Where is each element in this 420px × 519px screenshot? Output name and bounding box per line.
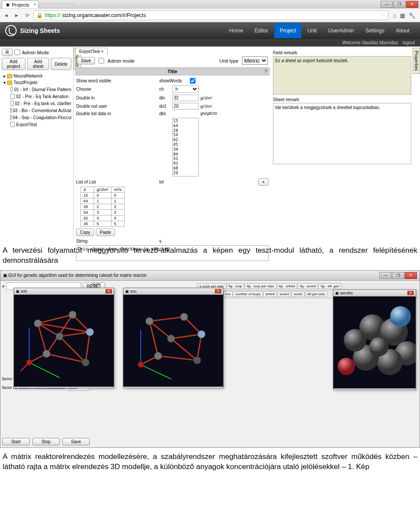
folder-icon [7,74,12,78]
add-button[interactable]: + [258,178,269,186]
file-icon [10,122,15,127]
gui-tab[interactable]: score [291,291,304,297]
subwindow-aerobic[interactable]: ▣ aerobic ✕ [333,290,416,390]
properties-vtab[interactable]: Properties [413,48,420,74]
din-input[interactable] [172,95,199,101]
maximize-button[interactable]: ❐ [393,1,406,8]
gui-tab[interactable]: fig - loop per reac [245,283,276,289]
logout-link[interactable]: logout [403,40,415,45]
subwindow-titlebar[interactable]: ▣ snh ✕ [14,288,114,295]
stop-button[interactable]: Stop [32,438,60,445]
gui-tab[interactable]: fig - loop [227,283,245,289]
star-icon[interactable]: ☆ [381,12,385,18]
table-row[interactable]: 2822 [81,204,125,209]
nav-unit[interactable]: Unit [302,23,322,38]
table-row[interactable]: 5433 [81,209,125,215]
close-icon[interactable]: × [34,2,36,7]
gui-body: a RESET factor for snhint in fitness cal… [0,281,420,447]
gui-tab[interactable]: fig - snhint [277,283,298,289]
sheet-tab[interactable]: ExportTest × [75,48,108,55]
svg-point-15 [34,319,42,327]
unit-type-select[interactable]: Metric [242,56,268,65]
nav-editor[interactable]: Editor [249,23,273,38]
gui-tab[interactable]: eff.gen.size [305,291,327,297]
svg-point-38 [193,357,201,364]
dlin-list[interactable]: 15 64 28 54 62 45 34 84 41 93 68 29 [172,118,199,177]
paste-button[interactable]: Paste [96,229,115,236]
back-button[interactable]: ◄ [2,11,10,20]
nav-project[interactable]: Project [274,23,301,38]
lattice-viz [123,295,223,387]
tree-item[interactable]: 03 - Bio - Conventional Activated [9,107,71,114]
close-icon[interactable]: ✕ [407,291,414,295]
tree-root[interactable]: ▾ TesztProjekt [2,79,71,86]
gui-tab[interactable]: fig - eff. gen [318,283,341,289]
svg-point-21 [26,360,32,366]
copy-button[interactable]: Copy [76,229,94,236]
form-row: Show word visible showWords [76,77,269,85]
subwindow-sno[interactable]: ▣ sno ✕ [123,288,224,388]
gui-tab[interactable]: snoint [277,291,291,297]
subwindow-titlebar[interactable]: ▣ aerobic ✕ [333,290,416,297]
table-row[interactable]: 1500 [81,192,125,198]
r-button[interactable]: R [2,49,13,56]
table-row[interactable]: 6411 [81,198,125,204]
admin-mode-checkbox[interactable] [98,58,104,64]
add-sheet-button[interactable]: Add sheet [27,58,49,70]
save-button[interactable]: Save [77,57,95,64]
browser-tab-ghost[interactable] [39,4,75,6]
delete-button[interactable]: Delete [51,58,71,70]
gui-tab[interactable]: number of loops [233,291,262,297]
wrench-icon[interactable]: 🔧 [409,12,416,19]
save-button[interactable]: Save [62,438,90,445]
subwindow-titlebar[interactable]: ▣ sno ✕ [123,288,223,295]
tree-item[interactable]: ExportTest [9,121,71,128]
show-words-checkbox[interactable] [190,78,196,84]
do1-unit: gCl/m³ [200,104,212,109]
sheet-remark-textarea[interactable]: Ide kerülnek a megjegyzések a sheettel k… [273,103,411,164]
do1-input[interactable] [172,103,199,109]
minimize-button[interactable]: — [379,272,392,279]
table-row[interactable]: 6244 [81,215,125,221]
lol-table: dgCl/m²m²/s 1500 6411 2822 5433 6244 455… [80,187,125,227]
grid-icon[interactable]: ▦ [400,12,405,19]
add-project-button[interactable]: Add project [2,58,25,70]
table-row[interactable]: 4555 [81,221,125,226]
close-icon[interactable]: ✕ [105,289,112,293]
close-button[interactable]: ✕ [406,1,418,8]
string-textarea[interactable]: This shows when checkbox is checked [76,245,269,261]
nav-settings[interactable]: Settings [360,23,389,38]
dlin-label: Double list data in [76,111,159,116]
tree-item[interactable]: 02 - Pre - Eq tank vs. clarifier [9,100,71,107]
nav-useradmin[interactable]: UserAdmin [323,23,359,38]
gui-tab[interactable]: snhint [263,291,277,297]
admin-mode-checkbox[interactable] [14,49,20,55]
nav-home[interactable]: Home [224,23,248,38]
file-icon [10,101,14,106]
tree-item[interactable]: 04 - Sep - Coagulation-Flocculati [9,114,71,121]
reload-button[interactable]: ⟳ [23,11,32,20]
file-icon [10,115,11,120]
browser-tab[interactable]: ◉ Projects × [2,0,38,8]
minimize-button[interactable]: — [381,1,393,8]
close-icon[interactable]: ✕ [215,289,221,293]
address-bar: ◄ ► ⟳ 🔒 https://sizing.organicawater.com… [0,9,420,22]
form-row: Double list data in dlin gN/gBOD [76,110,269,117]
tree-item[interactable]: 02 - Pre - Eq Tank Aeration [9,93,71,100]
tab-title: Projects [12,2,29,7]
url-field[interactable]: 🔒 https://sizing.organicawater.com/#/Pro… [33,11,388,20]
maximize-button[interactable]: ❐ [392,272,404,279]
choose-select[interactable]: h [172,85,199,93]
start-button[interactable]: Start [2,438,30,445]
field-remark-textarea[interactable]: Ez a sheet az export funkcióit teszteli. [273,56,411,95]
tree-root[interactable]: ▸ NeuralNetwork [2,73,71,79]
gui-tab[interactable]: fig - snoint [298,283,318,289]
help-icon[interactable]: ? [264,69,267,74]
subwindow-snh[interactable]: ▣ snh ✕ [14,288,114,388]
svg-point-50 [369,337,388,357]
nav-about[interactable]: About [391,23,415,38]
home-icon[interactable]: ⌂ [393,12,396,19]
forward-button[interactable]: ► [12,11,21,20]
tree-item[interactable]: 01 - Inf - Diurnal Flow Pattern [9,86,71,93]
close-button[interactable]: ✕ [405,272,417,279]
